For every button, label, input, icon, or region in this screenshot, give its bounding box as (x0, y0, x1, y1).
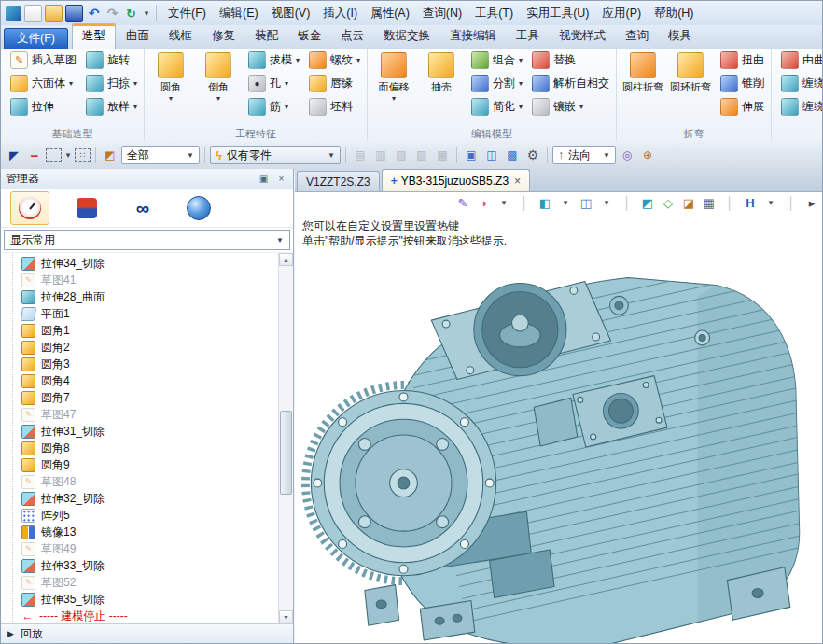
document-tab[interactable]: V1ZZT2S.Z3 (297, 171, 380, 191)
section-view-icon[interactable]: ◪ (679, 193, 698, 212)
customize-arrow-icon[interactable]: ▾ (142, 6, 151, 21)
regen-icon[interactable]: ↻ (123, 6, 139, 21)
overflow-icon[interactable]: ▸ (802, 193, 821, 212)
pick-region-icon[interactable]: ◫ (482, 147, 501, 164)
file-tab[interactable]: 文件(F) (4, 28, 68, 49)
tree-item[interactable]: 镜像13 (3, 524, 278, 540)
ribbon-button[interactable]: 镶嵌 ▾ (528, 96, 613, 118)
tree-item[interactable]: ✎ 草图52 (3, 574, 278, 591)
tree-item[interactable]: 阵列5 (3, 507, 278, 524)
ribbon-button[interactable]: 解析自相交 (528, 73, 613, 94)
open-file-icon[interactable] (45, 5, 63, 22)
ribbon-big-button[interactable]: 面偏移 ▾ (370, 49, 417, 127)
ribbon-button[interactable]: 组合 ▾ (467, 49, 526, 71)
ribbon-button[interactable]: 坯料 (305, 96, 364, 118)
ribbon-button[interactable]: 缠绕 (777, 73, 822, 94)
ribbon-button[interactable]: 旋转 (82, 49, 141, 71)
view-manager-tab[interactable] (180, 192, 217, 224)
redo-icon[interactable]: ↷ (105, 6, 120, 21)
tree-item[interactable]: ✎ 草图48 (3, 473, 278, 490)
appearance-icon[interactable]: ◑ (474, 193, 493, 212)
ribbon-button[interactable]: 由曲线 (777, 49, 822, 71)
annotate-icon[interactable]: ✎ (453, 193, 472, 212)
remove-filter-icon[interactable]: − (25, 147, 44, 164)
ribbon-button[interactable]: ✎ 插入草图 (7, 49, 80, 71)
pick-box-icon[interactable] (46, 148, 62, 162)
view-cube-icon[interactable]: ◩ (638, 193, 657, 212)
menu-item[interactable]: 插入(I) (316, 3, 364, 24)
close-tab-icon[interactable]: × (514, 175, 521, 188)
menu-item[interactable]: 帮助(H) (648, 3, 700, 24)
tree-item[interactable]: ← ----- 建模停止 ----- (3, 608, 278, 623)
ribbon-big-button[interactable]: 倒角 ▾ (195, 49, 242, 127)
menu-item[interactable]: 文件(F) (161, 3, 213, 24)
ribbon-button[interactable]: 放样 ▾ (82, 96, 141, 118)
tree-item[interactable]: 拉伸33_切除 (3, 557, 278, 574)
ribbon-button[interactable]: ● 孔 ▾ (244, 73, 303, 94)
ribbon-button[interactable]: 筋 ▾ (244, 96, 303, 118)
ribbon-button[interactable]: 扫掠 ▾ (82, 73, 141, 94)
menu-item[interactable]: 属性(A) (364, 3, 416, 24)
undo-icon[interactable]: ↶ (86, 6, 102, 21)
ribbon-big-button[interactable]: 圆柱折弯 (620, 49, 666, 127)
tree-scrollbar[interactable]: ▲ ▼ (278, 253, 293, 623)
ribbon-button[interactable]: 六面体 ▾ (7, 73, 80, 94)
ribbon-big-button[interactable]: 圆环折弯 (667, 49, 714, 127)
ribbon-button[interactable]: 扭曲 (717, 49, 768, 71)
pick-chain-icon[interactable]: ▩ (503, 147, 522, 164)
tree-item[interactable]: 平面1 (3, 305, 278, 322)
tree-item[interactable]: 拉伸35_切除 (3, 591, 278, 608)
pick-through-icon[interactable]: ∷ (75, 148, 91, 162)
filter-color-icon[interactable]: ◩ (101, 147, 119, 164)
ribbon-button[interactable]: 拔模 ▾ (244, 49, 303, 71)
app-logo-icon[interactable] (6, 6, 21, 21)
tree-item[interactable]: 圆角1 (3, 322, 278, 339)
tree-item[interactable]: 圆角3 (3, 356, 278, 372)
tree-item[interactable]: 圆角4 (3, 372, 278, 389)
display-filter-select[interactable]: 显示常用 ▼ (4, 230, 290, 250)
ribbon-button[interactable]: 螺纹 ▾ (305, 49, 364, 71)
background-icon[interactable]: ▦ (700, 193, 718, 212)
scroll-down-arrow[interactable]: ▼ (279, 610, 293, 623)
dropdown-arrow-icon[interactable]: ▾ (761, 193, 780, 212)
ribbon-tab[interactable]: 钣金 (288, 24, 330, 49)
ribbon-big-button[interactable]: 抽壳 (418, 49, 465, 127)
dropdown-arrow-icon[interactable]: ▾ (63, 147, 73, 164)
ribbon-tab[interactable]: 修复 (202, 24, 244, 49)
menu-item[interactable]: 查询(N) (416, 3, 468, 24)
ribbon-tab[interactable]: 数据交换 (374, 24, 439, 49)
ribbon-button[interactable]: 分割 ▾ (467, 73, 526, 94)
tree-item[interactable]: ✎ 草图49 (3, 540, 278, 557)
ribbon-tab[interactable]: 装配 (245, 24, 287, 49)
ribbon-button[interactable]: 唇缘 (305, 73, 364, 94)
tree-item[interactable]: 圆角7 (3, 389, 278, 406)
tree-item[interactable]: 拉伸31_切除 (3, 423, 278, 440)
dock-icon[interactable]: ▣ (257, 172, 271, 186)
replay-section[interactable]: ▶ 回放 (1, 623, 293, 643)
close-icon[interactable]: × (274, 172, 288, 186)
menu-item[interactable]: 工具(T) (468, 3, 520, 24)
3d-viewport[interactable]: ✎◑▾│◧▾◫▾│◩◇◪▦│H▾│▸ 您可以在自定义设置里设置热键 单击"帮助/… (295, 192, 822, 643)
shade-mode-icon[interactable]: ◧ (536, 193, 554, 212)
tree-item[interactable]: 圆角8 (3, 440, 278, 456)
ribbon-button[interactable]: 拉伸 (7, 96, 80, 118)
menu-item[interactable]: 视图(V) (265, 3, 317, 24)
target-point-icon[interactable]: ⊕ (638, 147, 657, 164)
ribbon-tab[interactable]: 造型 (72, 23, 116, 49)
ribbon-button[interactable]: 简化 ▾ (467, 96, 526, 118)
ribbon-button[interactable]: 伸展 (717, 96, 768, 118)
menu-item[interactable]: 实用工具(U) (520, 3, 595, 24)
pick-scope-select[interactable]: ϟ 仅有零件 ▼ (210, 146, 341, 164)
dropdown-arrow-icon[interactable]: ▾ (597, 193, 616, 212)
save-icon[interactable] (65, 5, 83, 22)
assembly-manager-tab[interactable] (68, 192, 105, 224)
tree-item[interactable]: 圆角2 (3, 339, 278, 356)
tree-item[interactable]: 拉伸28_曲面 (3, 288, 278, 305)
entity-filter-select[interactable]: 全部 ▼ (121, 146, 200, 164)
datum-plane-icon[interactable]: ◇ (659, 193, 677, 212)
scrollbar-track[interactable] (279, 266, 293, 610)
ribbon-button[interactable]: 替换 (528, 49, 613, 71)
ribbon-tab[interactable]: 工具 (507, 24, 549, 49)
ribbon-tab[interactable]: 直接编辑 (440, 24, 506, 49)
tree-item[interactable]: 圆角9 (3, 456, 278, 473)
